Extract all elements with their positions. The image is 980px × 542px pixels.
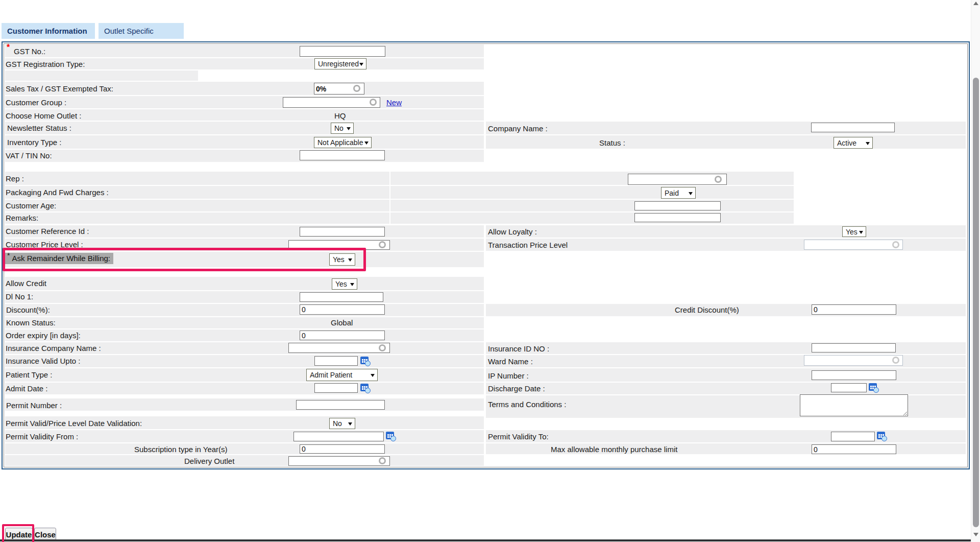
inventory-type-label: Inventory Type : (7, 138, 61, 147)
row-permit-number (5, 398, 484, 411)
terms-conditions-textarea[interactable] (800, 394, 908, 416)
customer-group-label: Customer Group : (6, 98, 66, 107)
ward-name-input[interactable] (804, 355, 903, 366)
row-allow-loyalty (486, 225, 966, 238)
delivery-outlet-lookup-icon[interactable] (379, 457, 386, 464)
permit-validity-from-label: Permit Validity From : (6, 432, 78, 441)
customer-age-label: Customer Age: (6, 201, 56, 210)
chevron-down-icon (348, 422, 352, 428)
allow-credit-label: Allow Credit (6, 279, 46, 288)
customer-form-screen: Customer Information Outlet Specific (0, 0, 980, 542)
insurance-valid-upto-label: Insurance Valid Upto : (6, 357, 80, 365)
insurance-valid-upto-input[interactable] (314, 356, 358, 366)
max-purchase-input[interactable] (812, 444, 896, 454)
chevron-down-icon (364, 142, 369, 147)
admit-date-label: Admit Date : (6, 384, 48, 393)
scrollbar-down-icon[interactable] (973, 533, 978, 536)
customer-group-new-link[interactable]: New (386, 98, 402, 107)
tab-customer-information[interactable]: Customer Information (2, 23, 95, 39)
packaging-fwd-select[interactable]: Paid (661, 187, 696, 199)
row-discount (5, 304, 484, 316)
order-expiry-input[interactable] (300, 331, 385, 340)
delivery-outlet-input[interactable] (288, 456, 390, 466)
gst-no-input[interactable] (300, 46, 385, 57)
admit-date-calendar-icon[interactable] (360, 384, 369, 391)
chevron-down-icon (866, 142, 870, 147)
sales-tax-label: Sales Tax / GST Exempted Tax: (6, 84, 113, 93)
subscription-years-label: Subscription type in Year(s) (134, 445, 228, 454)
insurance-company-lookup-icon[interactable] (379, 344, 386, 351)
row-admit-date (5, 383, 484, 394)
tab-outlet-specific[interactable]: Outlet Specific (99, 23, 184, 39)
discharge-date-calendar-icon[interactable] (869, 383, 877, 391)
allow-credit-select[interactable]: Yes (332, 278, 357, 290)
permit-validity-to-calendar-icon[interactable] (877, 432, 885, 439)
allow-loyalty-select[interactable]: Yes (842, 226, 866, 237)
dl-no-input[interactable] (300, 292, 383, 302)
status-value: Active (837, 139, 856, 147)
vat-tin-input[interactable] (300, 150, 385, 160)
insurance-valid-upto-calendar-icon[interactable] (360, 357, 369, 364)
customer-reference-input[interactable] (300, 227, 385, 237)
row-remarks-right (390, 213, 794, 224)
admit-date-input[interactable] (314, 383, 358, 393)
gst-no-label: GST No.: (14, 47, 45, 56)
terms-conditions-label: Terms and Conditions : (488, 400, 566, 409)
permit-valid-validation-label: Permit Valid/Price Level Date Validation… (6, 419, 142, 428)
row-discharge-date (486, 383, 966, 394)
customer-group-lookup-icon[interactable] (370, 99, 377, 106)
permit-valid-validation-select[interactable]: No (329, 418, 355, 429)
vertical-scrollbar[interactable] (971, 0, 980, 542)
row-permit-validity-to (486, 430, 966, 442)
transaction-price-level-lookup-icon[interactable] (892, 241, 899, 248)
discount-input[interactable] (300, 304, 385, 315)
ask-remainder-highlight-annotation (3, 248, 366, 271)
row-rep-right (390, 172, 794, 185)
status-select[interactable]: Active (834, 137, 873, 149)
close-button-label: Close (35, 530, 56, 539)
discharge-date-input[interactable] (831, 383, 867, 392)
company-name-input[interactable] (811, 123, 895, 132)
patient-type-select[interactable]: Admit Patient (306, 369, 378, 381)
gst-registration-type-select[interactable]: Unregistered (314, 58, 366, 69)
subscription-years-input[interactable] (300, 444, 385, 454)
scrollbar-thumb[interactable] (973, 78, 979, 527)
transaction-price-level-input[interactable] (804, 240, 903, 250)
permit-validity-from-calendar-icon[interactable] (386, 432, 394, 439)
inventory-type-select[interactable]: Not Applicable (314, 137, 372, 148)
insurance-company-input[interactable] (288, 343, 390, 353)
customer-group-input[interactable] (283, 97, 380, 108)
allow-loyalty-value: Yes (846, 228, 857, 236)
known-status-label: Known Status: (6, 318, 56, 327)
sales-tax-lookup-icon[interactable] (353, 85, 360, 92)
dl-no-label: Dl No 1: (6, 292, 33, 301)
packaging-fwd-value: Paid (665, 189, 679, 197)
rep-input[interactable] (628, 174, 727, 185)
update-highlight-annotation (2, 524, 34, 542)
credit-discount-label: Credit Discount(%) (675, 305, 739, 314)
permit-number-input[interactable] (296, 400, 385, 410)
ward-name-lookup-icon[interactable] (892, 357, 899, 364)
insurance-company-label: Insurance Company Name : (6, 344, 101, 352)
row-known-status (5, 317, 484, 328)
row-packaging-right (390, 186, 794, 199)
ip-number-input[interactable] (812, 370, 896, 380)
insurance-id-input[interactable] (812, 343, 896, 352)
rep-lookup-icon[interactable] (715, 176, 722, 183)
order-expiry-label: Order expiry [in days]: (6, 331, 81, 340)
permit-validity-to-input[interactable] (831, 432, 875, 441)
allow-loyalty-label: Allow Loyalty : (488, 227, 537, 236)
row-rep (5, 172, 389, 185)
row-remarks (5, 213, 389, 224)
permit-validity-from-input[interactable] (293, 432, 384, 441)
customer-price-level-lookup-icon[interactable] (379, 241, 386, 248)
choose-home-outlet-value: HQ (334, 111, 346, 120)
scrollbar-up-icon[interactable] (973, 2, 978, 5)
customer-age-input[interactable] (634, 201, 721, 210)
insurance-id-label: Insurance ID NO : (488, 344, 549, 353)
newsletter-status-select[interactable]: No (331, 123, 354, 134)
discount-label: Discount(%): (6, 305, 50, 314)
credit-discount-input[interactable] (812, 304, 896, 315)
remarks-input[interactable] (634, 213, 721, 222)
row-inventory-type (5, 135, 484, 149)
